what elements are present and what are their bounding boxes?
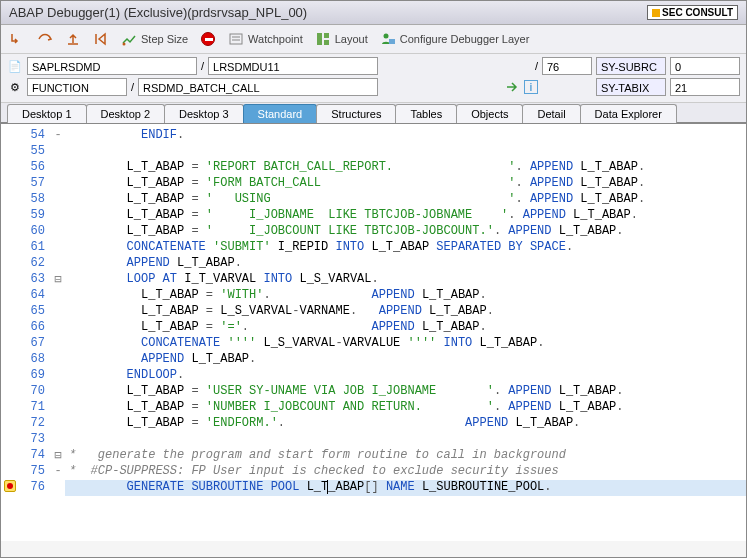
svg-rect-2 xyxy=(317,33,322,45)
window-title: ABAP Debugger(1) (Exclusive)(prdsrvsap_N… xyxy=(9,5,307,20)
svg-rect-4 xyxy=(324,40,329,45)
tab-structures[interactable]: Structures xyxy=(316,104,396,123)
code-line[interactable]: 65 L_T_ABAP = L_S_VARVAL-VARNAME. APPEND… xyxy=(1,304,746,320)
sy-subrc-value[interactable]: 0 xyxy=(670,57,740,75)
title-bar: ABAP Debugger(1) (Exclusive)(prdsrvsap_N… xyxy=(1,1,746,25)
code-line[interactable]: 61 CONCATENATE 'SUBMIT' I_REPID INTO L_T… xyxy=(1,240,746,256)
scope-type-field[interactable]: FUNCTION xyxy=(27,78,127,96)
nav-icon[interactable] xyxy=(504,79,520,95)
code-line[interactable]: 74⊟* generate the program and start form… xyxy=(1,448,746,464)
svg-point-0 xyxy=(123,43,126,46)
program-field[interactable]: SAPLRSDMD xyxy=(27,57,197,75)
step-size-button[interactable]: Step Size xyxy=(121,31,188,47)
step-into-icon[interactable] xyxy=(9,31,25,47)
tab-desktop-3[interactable]: Desktop 3 xyxy=(164,104,244,123)
code-line[interactable]: 67 CONCATENATE '''' L_S_VARVAL-VARVALUE … xyxy=(1,336,746,352)
info-icon[interactable]: i xyxy=(524,80,538,94)
program-icon[interactable]: 📄 xyxy=(7,58,23,74)
line-field[interactable]: 76 xyxy=(542,57,592,75)
code-line[interactable]: 75-* #CP-SUPPRESS: FP User input is chec… xyxy=(1,464,746,480)
tab-detail[interactable]: Detail xyxy=(522,104,580,123)
tab-desktop-1[interactable]: Desktop 1 xyxy=(7,104,87,123)
watchpoint-button[interactable]: Watchpoint xyxy=(228,31,303,47)
code-line[interactable]: 73 xyxy=(1,432,746,448)
sec-consult-badge: SEC CONSULT xyxy=(647,5,738,20)
code-line[interactable]: 64 L_T_ABAP = 'WITH'. APPEND L_T_ABAP. xyxy=(1,288,746,304)
code-line[interactable]: 59 L_T_ABAP = ' I_JOBNAME LIKE TBTCJOB-J… xyxy=(1,208,746,224)
configure-layer-button[interactable]: Configure Debugger Layer xyxy=(380,31,530,47)
layout-button[interactable]: Layout xyxy=(315,31,368,47)
code-line[interactable]: 72 L_T_ABAP = 'ENDFORM.'. APPEND L_T_ABA… xyxy=(1,416,746,432)
code-line[interactable]: 66 L_T_ABAP = '='. APPEND L_T_ABAP. xyxy=(1,320,746,336)
tab-standard[interactable]: Standard xyxy=(243,104,318,123)
code-line[interactable]: 63⊟ LOOP AT I_T_VARVAL INTO L_S_VARVAL. xyxy=(1,272,746,288)
svg-point-5 xyxy=(383,34,388,39)
continue-icon[interactable] xyxy=(93,31,109,47)
code-line[interactable]: 69 ENDLOOP. xyxy=(1,368,746,384)
code-line[interactable]: 55 xyxy=(1,144,746,160)
view-tabs: Desktop 1Desktop 2Desktop 3StandardStruc… xyxy=(1,103,746,123)
code-line[interactable]: 58 L_T_ABAP = ' USING '. APPEND L_T_ABAP… xyxy=(1,192,746,208)
code-line[interactable]: 60 L_T_ABAP = ' I_JOBCOUNT LIKE TBTCJOB-… xyxy=(1,224,746,240)
code-line[interactable]: 71 L_T_ABAP = 'NUMBER I_JOBCOUNT AND RET… xyxy=(1,400,746,416)
code-line[interactable]: 70 L_T_ABAP = 'USER SY-UNAME VIA JOB I_J… xyxy=(1,384,746,400)
svg-rect-1 xyxy=(230,34,242,44)
scope-name-field[interactable]: RSDMD_BATCH_CALL xyxy=(138,78,378,96)
main-toolbar: Step Size Watchpoint Layout Configure De… xyxy=(1,25,746,54)
include-field[interactable]: LRSDMDU11 xyxy=(208,57,378,75)
code-line[interactable]: 76 GENERATE SUBROUTINE POOL L_T_ABAP[] N… xyxy=(1,480,746,496)
code-editor[interactable]: 54- ENDIF.5556 L_T_ABAP = 'REPORT BATCH_… xyxy=(1,123,746,541)
svg-rect-6 xyxy=(389,39,395,44)
tab-tables[interactable]: Tables xyxy=(395,104,457,123)
code-line[interactable]: 68 APPEND L_T_ABAP. xyxy=(1,352,746,368)
tab-desktop-2[interactable]: Desktop 2 xyxy=(86,104,166,123)
tab-data-explorer[interactable]: Data Explorer xyxy=(580,104,677,123)
sy-subrc-label: SY-SUBRC xyxy=(596,57,666,75)
breakpoint-marker[interactable] xyxy=(4,480,16,492)
code-line[interactable]: 62 APPEND L_T_ABAP. xyxy=(1,256,746,272)
sy-tabix-label: SY-TABIX xyxy=(596,78,666,96)
code-line[interactable]: 56 L_T_ABAP = 'REPORT BATCH_CALL_REPORT.… xyxy=(1,160,746,176)
step-out-icon[interactable] xyxy=(65,31,81,47)
tab-objects[interactable]: Objects xyxy=(456,104,523,123)
sy-tabix-value[interactable]: 21 xyxy=(670,78,740,96)
code-line[interactable]: 54- ENDIF. xyxy=(1,128,746,144)
context-fields: 📄 SAPLRSDMD / LRSDMDU11 / 76 SY-SUBRC 0 … xyxy=(1,54,746,103)
svg-rect-3 xyxy=(324,33,329,38)
code-line[interactable]: 57 L_T_ABAP = 'FORM BATCH_CALL '. APPEND… xyxy=(1,176,746,192)
step-over-icon[interactable] xyxy=(37,31,53,47)
settings-icon[interactable]: ⚙ xyxy=(7,79,23,95)
stop-icon[interactable] xyxy=(200,31,216,47)
